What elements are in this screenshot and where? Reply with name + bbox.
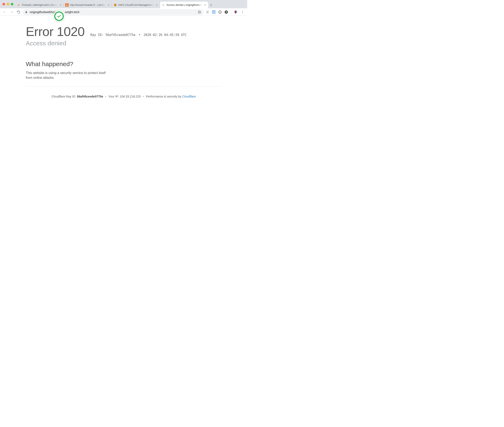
tab-cloudfront[interactable]: AWS CloudFront Management C [112, 2, 160, 8]
error-code-number: 1020 [57, 24, 85, 39]
error-header: Error 1020 Ray ID: 56af45ceede0775e • 20… [26, 24, 222, 47]
svg-point-2 [207, 11, 208, 13]
extension-gear-icon[interactable] [205, 10, 210, 15]
extension-separator [231, 10, 231, 14]
zoom-window-button[interactable] [11, 3, 13, 5]
cloudflare-icon [17, 3, 20, 7]
tab-access-denied[interactable]: Access denied | origingithubweb [160, 2, 208, 8]
extension-shield-icon[interactable] [233, 10, 238, 15]
reload-button[interactable] [16, 9, 22, 15]
footer-ray-id: 56af45ceede0775e [77, 95, 103, 98]
url-text: origingithubwebhooxxxxxxwright.tech [30, 10, 195, 14]
footer-ip-label: Your IP: [108, 95, 119, 98]
footer: Cloudflare Ray ID: 56af45ceede0775e • Yo… [26, 95, 222, 98]
close-tab-icon[interactable] [107, 4, 110, 7]
close-tab-icon[interactable] [59, 4, 62, 7]
tab-strip: Firewall | willwright.tech | Accou http-… [0, 0, 247, 8]
tab-label: Firewall | willwright.tech | Accou [22, 4, 58, 7]
svg-point-6 [242, 11, 243, 11]
svg-point-7 [242, 12, 243, 12]
error-code: Error 1020 [26, 24, 88, 39]
window-controls [2, 0, 15, 8]
bookmark-star-icon[interactable] [198, 10, 201, 14]
ray-line: Ray ID: 56af45ceede0775e • 2020-02-26 04… [90, 33, 187, 37]
error-subtitle: Access denied [26, 40, 222, 47]
forward-button[interactable] [9, 9, 15, 15]
tab-label: http-forward-header:6 - Lambda [70, 4, 106, 7]
section-body: This website is using a security service… [26, 70, 113, 80]
minimize-window-button[interactable] [7, 3, 9, 5]
timestamp: 2020-02-26 04:45:59 UTC [144, 33, 187, 37]
omnibox[interactable]: origingithubwebhooxxxxxxwright.tech [23, 9, 203, 15]
new-tab-button[interactable] [208, 2, 214, 8]
lambda-icon [65, 3, 68, 7]
svg-rect-1 [162, 4, 164, 6]
toolbar: origingithubwebhooxxxxxxwright.tech [0, 8, 247, 16]
browser-menu-button[interactable] [240, 9, 245, 15]
footer-cloudflare-link[interactable]: Cloudflare [182, 95, 196, 98]
what-happened-section: What happened? This website is using a s… [26, 61, 222, 80]
aws-box-icon [113, 3, 117, 7]
close-tab-icon[interactable] [204, 4, 207, 7]
footer-perf-label: Performance & security by [146, 95, 181, 98]
back-button[interactable] [2, 9, 7, 15]
tab-lambda[interactable]: http-forward-header:6 - Lambda [64, 2, 112, 8]
tabs-container: Firewall | willwright.tech | Accou http-… [15, 0, 245, 8]
tab-label: AWS CloudFront Management C [118, 4, 154, 7]
url-right: wright.tech [65, 10, 79, 14]
extension-info-icon[interactable] [217, 10, 222, 15]
ray-id: 56af45ceede0775e [105, 33, 135, 37]
url-left: origingithubwebhoo [30, 10, 56, 14]
extension-flame-icon[interactable] [224, 10, 229, 15]
tab-label: Access denied | origingithubweb [166, 4, 202, 7]
footer-ip: 104.33.218.225 [120, 95, 141, 98]
divider [26, 86, 222, 86]
svg-point-8 [242, 13, 243, 13]
lock-icon [25, 11, 28, 13]
page-content: Error 1020 Ray ID: 56af45ceede0775e • 20… [0, 16, 247, 98]
tab-firewall[interactable]: Firewall | willwright.tech | Accou [15, 2, 64, 8]
error-code-prefix: Error [26, 24, 53, 39]
ray-label: Ray ID: [90, 33, 104, 37]
extension-s-icon[interactable] [211, 10, 216, 15]
extension-icons [205, 10, 238, 15]
footer-ray-label: Cloudflare Ray ID: [51, 95, 76, 98]
blank-favicon-icon [162, 3, 165, 7]
close-tab-icon[interactable] [156, 4, 158, 7]
close-window-button[interactable] [2, 3, 5, 5]
section-heading: What happened? [26, 61, 222, 68]
